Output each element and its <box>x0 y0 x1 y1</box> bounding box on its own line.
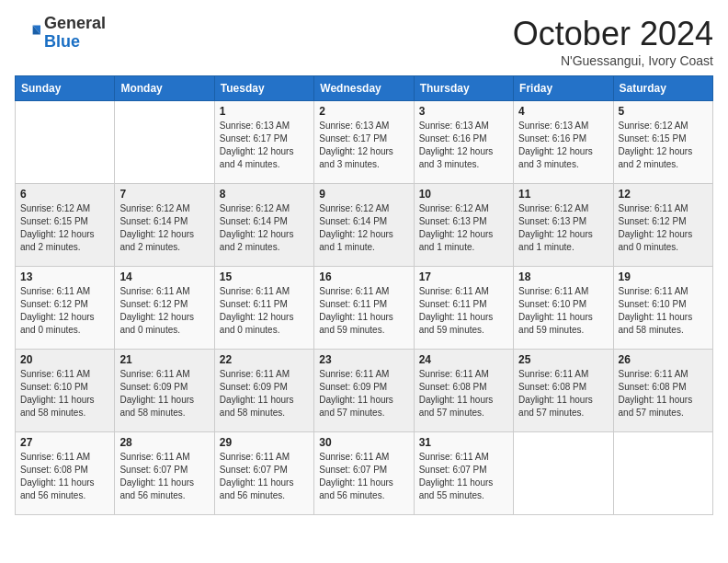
calendar-cell: 14Sunrise: 6:11 AM Sunset: 6:12 PM Dayli… <box>115 267 214 350</box>
calendar-cell: 11Sunrise: 6:12 AM Sunset: 6:13 PM Dayli… <box>514 184 613 267</box>
day-info: Sunrise: 6:11 AM Sunset: 6:07 PM Dayligh… <box>119 451 209 502</box>
logo-icon <box>15 20 40 46</box>
day-info: Sunrise: 6:11 AM Sunset: 6:08 PM Dayligh… <box>419 368 508 419</box>
day-number: 13 <box>20 270 109 283</box>
day-number: 2 <box>319 105 408 118</box>
calendar-cell: 27Sunrise: 6:11 AM Sunset: 6:08 PM Dayli… <box>16 432 115 515</box>
day-info: Sunrise: 6:11 AM Sunset: 6:08 PM Dayligh… <box>20 451 109 502</box>
day-info: Sunrise: 6:11 AM Sunset: 6:12 PM Dayligh… <box>20 285 109 337</box>
calendar-cell: 13Sunrise: 6:11 AM Sunset: 6:12 PM Dayli… <box>16 267 115 350</box>
calendar-cell: 7Sunrise: 6:12 AM Sunset: 6:14 PM Daylig… <box>115 184 214 267</box>
day-info: Sunrise: 6:13 AM Sunset: 6:16 PM Dayligh… <box>419 120 508 171</box>
day-number: 27 <box>20 436 109 449</box>
day-info: Sunrise: 6:11 AM Sunset: 6:10 PM Dayligh… <box>20 368 109 419</box>
day-number: 20 <box>20 353 109 366</box>
calendar-cell <box>514 432 613 515</box>
calendar-header-saturday: Saturday <box>613 76 712 101</box>
day-info: Sunrise: 6:12 AM Sunset: 6:14 PM Dayligh… <box>220 202 309 254</box>
calendar-cell: 6Sunrise: 6:12 AM Sunset: 6:15 PM Daylig… <box>16 184 115 267</box>
calendar-week-3: 13Sunrise: 6:11 AM Sunset: 6:12 PM Dayli… <box>16 267 713 350</box>
calendar-cell: 17Sunrise: 6:11 AM Sunset: 6:11 PM Dayli… <box>414 267 513 350</box>
day-number: 3 <box>419 105 508 118</box>
day-number: 14 <box>119 270 209 283</box>
day-number: 29 <box>220 436 309 449</box>
day-info: Sunrise: 6:12 AM Sunset: 6:14 PM Dayligh… <box>119 202 209 254</box>
day-info: Sunrise: 6:11 AM Sunset: 6:09 PM Dayligh… <box>319 368 408 419</box>
calendar-cell: 8Sunrise: 6:12 AM Sunset: 6:14 PM Daylig… <box>214 184 313 267</box>
day-number: 11 <box>518 188 608 201</box>
calendar-cell: 24Sunrise: 6:11 AM Sunset: 6:08 PM Dayli… <box>414 350 513 432</box>
day-number: 6 <box>20 188 109 201</box>
day-number: 8 <box>220 188 309 201</box>
calendar-week-2: 6Sunrise: 6:12 AM Sunset: 6:15 PM Daylig… <box>16 184 713 267</box>
day-number: 16 <box>319 270 408 283</box>
calendar-cell: 28Sunrise: 6:11 AM Sunset: 6:07 PM Dayli… <box>115 432 214 515</box>
calendar-cell: 10Sunrise: 6:12 AM Sunset: 6:13 PM Dayli… <box>414 184 513 267</box>
day-number: 4 <box>518 105 608 118</box>
day-info: Sunrise: 6:11 AM Sunset: 6:07 PM Dayligh… <box>419 451 508 502</box>
day-number: 28 <box>119 436 209 449</box>
calendar-week-4: 20Sunrise: 6:11 AM Sunset: 6:10 PM Dayli… <box>16 350 713 432</box>
calendar-header-monday: Monday <box>115 76 214 101</box>
calendar-header-friday: Friday <box>514 76 613 101</box>
day-number: 17 <box>419 270 508 283</box>
calendar-cell: 5Sunrise: 6:12 AM Sunset: 6:15 PM Daylig… <box>613 101 712 184</box>
day-number: 31 <box>419 436 508 449</box>
day-number: 21 <box>119 353 209 366</box>
title-area: October 2024 N'Guessangui, Ivory Coast <box>513 15 713 68</box>
day-info: Sunrise: 6:11 AM Sunset: 6:08 PM Dayligh… <box>619 368 708 419</box>
day-number: 9 <box>319 188 408 201</box>
day-info: Sunrise: 6:11 AM Sunset: 6:09 PM Dayligh… <box>119 368 209 419</box>
calendar-cell <box>16 101 115 184</box>
logo-text: General Blue <box>44 15 106 52</box>
calendar-cell: 4Sunrise: 6:13 AM Sunset: 6:16 PM Daylig… <box>514 101 613 184</box>
calendar-cell: 3Sunrise: 6:13 AM Sunset: 6:16 PM Daylig… <box>414 101 513 184</box>
day-info: Sunrise: 6:12 AM Sunset: 6:15 PM Dayligh… <box>619 120 708 171</box>
logo-blue: Blue <box>44 32 80 51</box>
calendar-cell: 26Sunrise: 6:11 AM Sunset: 6:08 PM Dayli… <box>613 350 712 432</box>
location-subtitle: N'Guessangui, Ivory Coast <box>513 53 713 68</box>
calendar-cell: 23Sunrise: 6:11 AM Sunset: 6:09 PM Dayli… <box>314 350 414 432</box>
calendar-header-row: SundayMondayTuesdayWednesdayThursdayFrid… <box>16 76 713 101</box>
day-info: Sunrise: 6:11 AM Sunset: 6:11 PM Dayligh… <box>220 285 309 337</box>
month-title: October 2024 <box>513 15 713 53</box>
calendar-cell: 16Sunrise: 6:11 AM Sunset: 6:11 PM Dayli… <box>314 267 414 350</box>
day-number: 7 <box>119 188 209 201</box>
calendar-cell: 22Sunrise: 6:11 AM Sunset: 6:09 PM Dayli… <box>214 350 313 432</box>
day-number: 18 <box>518 270 608 283</box>
day-info: Sunrise: 6:11 AM Sunset: 6:10 PM Dayligh… <box>619 285 708 337</box>
day-info: Sunrise: 6:11 AM Sunset: 6:11 PM Dayligh… <box>419 285 508 337</box>
calendar-cell: 20Sunrise: 6:11 AM Sunset: 6:10 PM Dayli… <box>16 350 115 432</box>
day-info: Sunrise: 6:11 AM Sunset: 6:11 PM Dayligh… <box>319 285 408 337</box>
day-number: 30 <box>319 436 408 449</box>
day-info: Sunrise: 6:11 AM Sunset: 6:09 PM Dayligh… <box>220 368 309 419</box>
calendar-cell: 1Sunrise: 6:13 AM Sunset: 6:17 PM Daylig… <box>214 101 313 184</box>
day-info: Sunrise: 6:11 AM Sunset: 6:10 PM Dayligh… <box>518 285 608 337</box>
day-info: Sunrise: 6:12 AM Sunset: 6:15 PM Dayligh… <box>20 202 109 254</box>
day-info: Sunrise: 6:12 AM Sunset: 6:13 PM Dayligh… <box>419 202 508 254</box>
header: General Blue October 2024 N'Guessangui, … <box>15 15 713 68</box>
calendar-table: SundayMondayTuesdayWednesdayThursdayFrid… <box>15 75 713 515</box>
day-number: 23 <box>319 353 408 366</box>
day-info: Sunrise: 6:12 AM Sunset: 6:13 PM Dayligh… <box>518 202 608 254</box>
calendar-cell: 15Sunrise: 6:11 AM Sunset: 6:11 PM Dayli… <box>214 267 313 350</box>
day-number: 5 <box>619 105 708 118</box>
calendar-cell: 30Sunrise: 6:11 AM Sunset: 6:07 PM Dayli… <box>314 432 414 515</box>
day-number: 15 <box>220 270 309 283</box>
calendar-cell: 19Sunrise: 6:11 AM Sunset: 6:10 PM Dayli… <box>613 267 712 350</box>
calendar-header-thursday: Thursday <box>414 76 513 101</box>
day-number: 25 <box>518 353 608 366</box>
day-info: Sunrise: 6:13 AM Sunset: 6:16 PM Dayligh… <box>518 120 608 171</box>
day-info: Sunrise: 6:11 AM Sunset: 6:07 PM Dayligh… <box>319 451 408 502</box>
calendar-cell: 31Sunrise: 6:11 AM Sunset: 6:07 PM Dayli… <box>414 432 513 515</box>
day-number: 26 <box>619 353 708 366</box>
day-number: 19 <box>619 270 708 283</box>
calendar-cell: 29Sunrise: 6:11 AM Sunset: 6:07 PM Dayli… <box>214 432 313 515</box>
calendar-cell: 21Sunrise: 6:11 AM Sunset: 6:09 PM Dayli… <box>115 350 214 432</box>
day-number: 12 <box>619 188 708 201</box>
day-info: Sunrise: 6:11 AM Sunset: 6:12 PM Dayligh… <box>119 285 209 337</box>
day-number: 10 <box>419 188 508 201</box>
day-info: Sunrise: 6:12 AM Sunset: 6:14 PM Dayligh… <box>319 202 408 254</box>
calendar-cell: 2Sunrise: 6:13 AM Sunset: 6:17 PM Daylig… <box>314 101 414 184</box>
day-info: Sunrise: 6:11 AM Sunset: 6:12 PM Dayligh… <box>619 202 708 254</box>
